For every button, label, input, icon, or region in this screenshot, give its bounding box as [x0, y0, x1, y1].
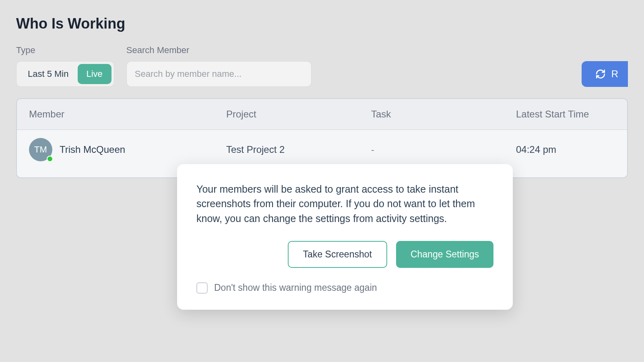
- th-member: Member: [29, 109, 226, 120]
- dont-show-checkbox[interactable]: [196, 282, 208, 294]
- status-online-icon: [47, 156, 53, 162]
- dont-show-label: Don't show this warning message again: [214, 282, 377, 293]
- refresh-label: R: [611, 68, 618, 80]
- modal-body-text: Your members will be asked to grant acce…: [196, 182, 493, 226]
- type-option-last5[interactable]: Last 5 Min: [19, 64, 78, 84]
- refresh-button[interactable]: R: [582, 61, 628, 87]
- th-time: Latest Start Time: [516, 109, 615, 120]
- member-name: Trish McQueen: [60, 144, 125, 155]
- time-cell: 04:24 pm: [516, 144, 615, 155]
- search-label: Search Member: [126, 45, 312, 56]
- project-cell: Test Project 2: [226, 144, 371, 155]
- page-title: Who Is Working: [16, 15, 628, 32]
- modal-actions: Take Screenshot Change Settings: [196, 241, 493, 268]
- table-header-row: Member Project Task Latest Start Time: [17, 99, 627, 130]
- refresh-icon: [595, 69, 606, 79]
- screenshot-consent-modal: Your members will be asked to grant acce…: [177, 164, 513, 310]
- search-group: Search Member: [126, 45, 312, 87]
- take-screenshot-button[interactable]: Take Screenshot: [288, 241, 387, 268]
- avatar: TM: [29, 138, 52, 161]
- change-settings-button[interactable]: Change Settings: [396, 241, 493, 268]
- modal-footer: Don't show this warning message again: [196, 282, 493, 294]
- th-project: Project: [226, 109, 371, 120]
- refresh-area: R: [582, 61, 628, 87]
- type-toggle: Last 5 Min Live: [16, 61, 114, 87]
- controls-row: Type Last 5 Min Live Search Member: [16, 45, 628, 87]
- type-filter-group: Type Last 5 Min Live: [16, 45, 114, 87]
- th-task: Task: [371, 109, 516, 120]
- task-cell: -: [371, 144, 516, 155]
- search-input[interactable]: [126, 61, 312, 87]
- type-option-live[interactable]: Live: [78, 64, 111, 84]
- type-label: Type: [16, 45, 114, 56]
- member-cell: TM Trish McQueen: [29, 138, 226, 161]
